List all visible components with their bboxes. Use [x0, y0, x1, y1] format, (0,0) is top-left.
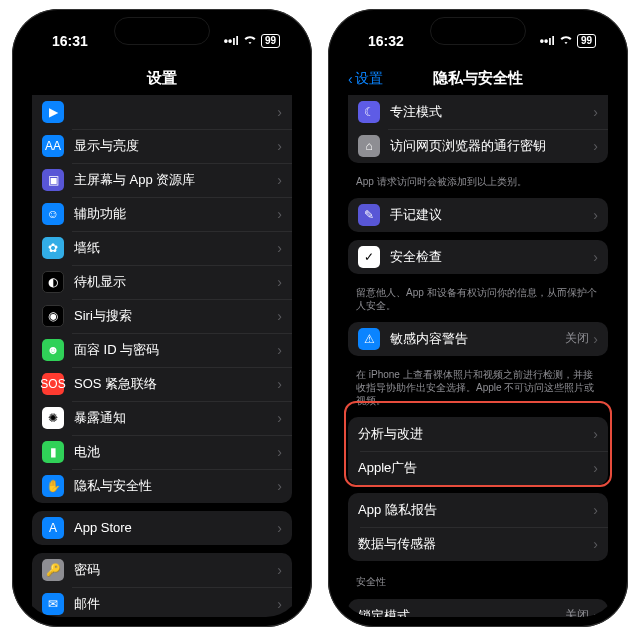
row-label: 专注模式 [390, 103, 593, 121]
settings-row[interactable]: 锁定模式关闭› [348, 599, 608, 617]
settings-row[interactable]: ✺暴露通知› [32, 401, 292, 435]
row-label: 显示与亮度 [74, 137, 277, 155]
row-label: 手记建议 [390, 206, 593, 224]
row-label: 电池 [74, 443, 277, 461]
nav-title: 设置 [147, 69, 177, 88]
row-icon: ✓ [358, 246, 380, 268]
nav-bar: 设置 [22, 63, 302, 95]
row-icon: ▮ [42, 441, 64, 463]
settings-list[interactable]: ▶›AA显示与亮度›▣主屏幕与 App 资源库›☺辅助功能›✿墙纸›◐待机显示›… [22, 95, 302, 617]
settings-row[interactable]: ◐待机显示› [32, 265, 292, 299]
chevron-right-icon: › [277, 478, 282, 494]
chevron-right-icon: › [277, 172, 282, 188]
footer-text: App 请求访问时会被添加到以上类别。 [338, 171, 618, 190]
battery-indicator: 99 [261, 34, 280, 48]
settings-row[interactable]: AA显示与亮度› [32, 129, 292, 163]
chevron-right-icon: › [277, 410, 282, 426]
back-button[interactable]: ‹ 设置 [348, 63, 383, 95]
chevron-right-icon: › [593, 608, 598, 617]
row-label: 隐私与安全性 [74, 477, 277, 495]
chevron-left-icon: ‹ [348, 71, 353, 87]
settings-row[interactable]: ◉Siri与搜索› [32, 299, 292, 333]
screen-right: 16:32 ••ıl 99 ‹ 设置 隐私与安全性 ☾专注模式›⌂访问网页浏览器… [338, 19, 618, 617]
row-icon: ⌂ [358, 135, 380, 157]
chevron-right-icon: › [277, 376, 282, 392]
chevron-right-icon: › [277, 520, 282, 536]
settings-row[interactable]: ✎手记建议› [348, 198, 608, 232]
chevron-right-icon: › [277, 104, 282, 120]
section-header: 安全性 [338, 569, 618, 591]
row-icon: SOS [42, 373, 64, 395]
phone-left: 16:31 ••ıl 99 设置 ▶›AA显示与亮度›▣主屏幕与 App 资源库… [12, 9, 312, 627]
chevron-right-icon: › [593, 502, 598, 518]
row-icon: ✿ [42, 237, 64, 259]
settings-row[interactable]: ✿墙纸› [32, 231, 292, 265]
settings-row[interactable]: 🔑密码› [32, 553, 292, 587]
chevron-right-icon: › [593, 249, 598, 265]
row-icon: ▶ [42, 101, 64, 123]
row-label: App Store [74, 520, 277, 535]
settings-row[interactable]: ☾专注模式› [348, 95, 608, 129]
row-icon: A [42, 517, 64, 539]
row-label: 数据与传感器 [358, 535, 593, 553]
row-value: 关闭 [565, 330, 589, 347]
chevron-right-icon: › [277, 444, 282, 460]
settings-row[interactable]: 分析与改进› [348, 417, 608, 451]
privacy-list[interactable]: ☾专注模式›⌂访问网页浏览器的通行密钥› App 请求访问时会被添加到以上类别。… [338, 95, 618, 617]
settings-row[interactable]: ⚠敏感内容警告关闭› [348, 322, 608, 356]
settings-row[interactable]: ✋隐私与安全性› [32, 469, 292, 503]
settings-row[interactable]: AApp Store› [32, 511, 292, 545]
chevron-right-icon: › [593, 536, 598, 552]
row-icon: ☻ [42, 339, 64, 361]
settings-row[interactable]: Apple广告› [348, 451, 608, 485]
row-label: 墙纸 [74, 239, 277, 257]
chevron-right-icon: › [593, 331, 598, 347]
settings-row[interactable]: ▣主屏幕与 App 资源库› [32, 163, 292, 197]
settings-row[interactable]: ▮电池› [32, 435, 292, 469]
settings-row[interactable]: ✉邮件› [32, 587, 292, 617]
chevron-right-icon: › [593, 460, 598, 476]
row-icon: ✉ [42, 593, 64, 615]
settings-row[interactable]: SOSSOS 紧急联络› [32, 367, 292, 401]
chevron-right-icon: › [277, 342, 282, 358]
settings-row[interactable]: App 隐私报告› [348, 493, 608, 527]
row-icon: ☺ [42, 203, 64, 225]
dynamic-island [430, 17, 526, 45]
chevron-right-icon: › [277, 240, 282, 256]
chevron-right-icon: › [593, 207, 598, 223]
screen-left: 16:31 ••ıl 99 设置 ▶›AA显示与亮度›▣主屏幕与 App 资源库… [22, 19, 302, 617]
row-icon: ◐ [42, 271, 64, 293]
settings-row[interactable]: ✓安全检查› [348, 240, 608, 274]
settings-row[interactable]: ☺辅助功能› [32, 197, 292, 231]
chevron-right-icon: › [277, 562, 282, 578]
row-icon: ⚠ [358, 328, 380, 350]
row-label: SOS 紧急联络 [74, 375, 277, 393]
dynamic-island [114, 17, 210, 45]
settings-row[interactable]: ▶› [32, 95, 292, 129]
row-value: 关闭 [565, 607, 589, 617]
settings-row[interactable]: 数据与传感器› [348, 527, 608, 561]
row-label: 敏感内容警告 [390, 330, 565, 348]
battery-indicator: 99 [577, 34, 596, 48]
row-label: 密码 [74, 561, 277, 579]
row-icon: ☾ [358, 101, 380, 123]
row-label: 访问网页浏览器的通行密钥 [390, 137, 593, 155]
row-label: 待机显示 [74, 273, 277, 291]
chevron-right-icon: › [277, 138, 282, 154]
row-label: 暴露通知 [74, 409, 277, 427]
settings-row[interactable]: ☻面容 ID 与密码› [32, 333, 292, 367]
row-label: Siri与搜索 [74, 307, 277, 325]
row-icon: 🔑 [42, 559, 64, 581]
chevron-right-icon: › [593, 104, 598, 120]
status-indicators: ••ıl 99 [540, 34, 596, 48]
chevron-right-icon: › [277, 206, 282, 222]
row-label: 邮件 [74, 595, 277, 613]
settings-row[interactable]: ⌂访问网页浏览器的通行密钥› [348, 129, 608, 163]
nav-title: 隐私与安全性 [433, 69, 523, 88]
row-icon: ◉ [42, 305, 64, 327]
wifi-icon [559, 34, 573, 48]
row-icon: ✎ [358, 204, 380, 226]
wifi-icon [243, 34, 257, 48]
footer-text: 在 iPhone 上查看裸体照片和视频之前进行检测，并接收指导协助作出安全选择。… [338, 364, 618, 409]
chevron-right-icon: › [277, 308, 282, 324]
